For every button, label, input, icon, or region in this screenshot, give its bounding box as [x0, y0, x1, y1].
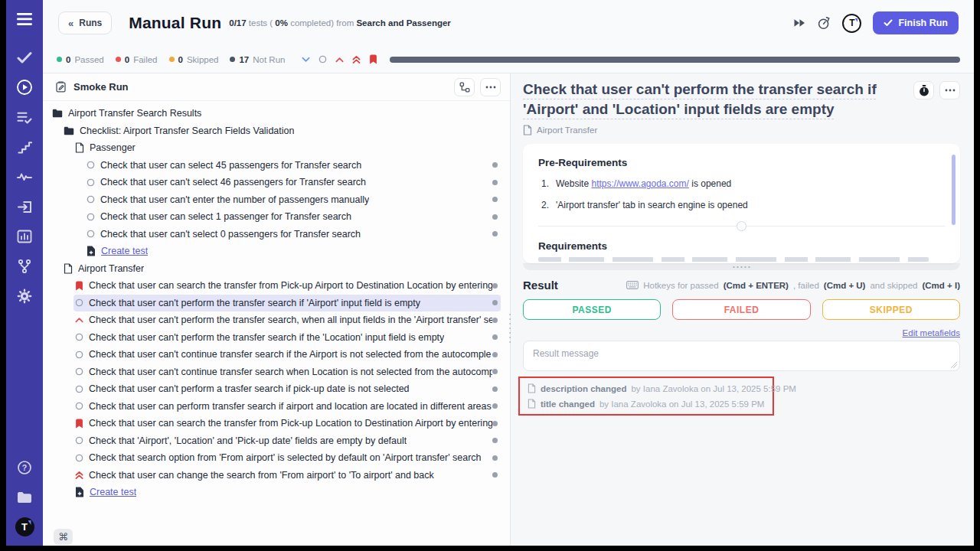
- tree-item-label: Check that user can't select 46 passenge…: [100, 177, 366, 187]
- tree-item-label: Check that user can't enter the number o…: [100, 194, 369, 205]
- failed-button[interactable]: FAILED: [672, 299, 810, 320]
- double-chevron-up-icon[interactable]: [352, 55, 361, 64]
- tree-row[interactable]: Check that user can search the transfer …: [43, 415, 510, 432]
- bookmark-icon[interactable]: [369, 54, 377, 64]
- finish-run-button[interactable]: Finish Run: [873, 11, 959, 34]
- circle-icon[interactable]: [318, 55, 327, 64]
- stopwatch-button[interactable]: [913, 81, 934, 99]
- runs-play-icon[interactable]: [13, 77, 36, 97]
- chevron-up-icon[interactable]: [335, 57, 344, 63]
- history-meta: by Iana Zavoloka on Jul 13, 2025 5:59 PM: [599, 399, 764, 409]
- tree-row[interactable]: Check that user can change the search fr…: [43, 467, 510, 484]
- tree-row-body: Check that user can't continue transfer …: [74, 364, 501, 381]
- tree-row[interactable]: Airport Transfer: [43, 260, 510, 278]
- tree-row[interactable]: Check that 'Airport', 'Location' and 'Pi…: [43, 432, 510, 450]
- tree-item-label: Check that user can't continue transfer …: [89, 367, 492, 377]
- tree-item-label: Check that user can search the transfer …: [89, 280, 492, 291]
- tree-row[interactable]: Check that user can't select 0 passenger…: [43, 226, 510, 243]
- create-test-link[interactable]: Create test: [43, 243, 510, 260]
- details-resize-handle[interactable]: [523, 263, 960, 270]
- tree-row[interactable]: Check that search option from 'From airp…: [43, 449, 510, 467]
- tree-panel-actions: [454, 78, 501, 96]
- group-by-suite-button[interactable]: [454, 78, 475, 96]
- logo-avatar[interactable]: T: [15, 517, 34, 536]
- passed-button[interactable]: PASSED: [523, 299, 661, 320]
- chevron-down-icon[interactable]: [302, 57, 310, 63]
- test-tree-panel: Smoke Run Airport Transfer Search Result…: [43, 73, 511, 546]
- case-more-options-button[interactable]: [939, 81, 960, 99]
- tree-row-body: Check that user can't perform a trasfer …: [74, 380, 501, 398]
- status-dot: [492, 283, 498, 289]
- menu-icon[interactable]: [13, 9, 36, 29]
- doc-plus-icon: [87, 246, 96, 256]
- tree-row-body: Check that user can change the search fr…: [74, 467, 501, 484]
- command-shortcut-button[interactable]: ⌘: [54, 529, 73, 545]
- tree-row[interactable]: Check that user can perform transfer sea…: [43, 398, 510, 416]
- tree-row[interactable]: Check that user can't perform the transf…: [43, 329, 510, 347]
- tree-row[interactable]: Airport Transfer Search Results: [43, 105, 510, 122]
- fast-forward-icon[interactable]: [793, 18, 805, 28]
- status-counts: 0Passed0Failed0Skipped17Not Run: [57, 55, 285, 64]
- collapse-toggle-icon[interactable]: [737, 221, 746, 231]
- run-progress-bar: [390, 57, 960, 63]
- test-case-title[interactable]: Check that user can't perform the transf…: [523, 80, 906, 119]
- create-test-link[interactable]: Create test: [43, 484, 510, 501]
- agoda-link[interactable]: https://www.agoda.com/: [591, 178, 688, 189]
- tests-check-icon[interactable]: [13, 47, 36, 67]
- tree-item-label: Check that search option from 'From airp…: [89, 452, 482, 463]
- pulse-icon[interactable]: [13, 167, 36, 187]
- tree-row[interactable]: Checklist: Airport Transfer Search Field…: [43, 122, 510, 140]
- status-dot: [492, 369, 498, 374]
- result-message-input[interactable]: [523, 341, 960, 371]
- help-icon[interactable]: ?: [13, 458, 36, 478]
- steps-icon[interactable]: [13, 137, 36, 157]
- tree-row-body: Airport Transfer: [62, 260, 501, 278]
- projects-folder-icon[interactable]: [13, 487, 36, 507]
- gear-icon[interactable]: [13, 286, 36, 306]
- tree-item-label: Check that user can search the transfer …: [89, 418, 492, 429]
- clipped-requirements-text: [538, 257, 929, 262]
- tree-row[interactable]: Check that user can't select 46 passenge…: [43, 174, 510, 191]
- tree-row[interactable]: Check that user can't continue transfer …: [43, 346, 510, 364]
- tree-row[interactable]: Check that user can't perform a trasfer …: [43, 380, 510, 398]
- tree-row[interactable]: Check that user can search the transfer …: [43, 277, 510, 295]
- doc-icon: [64, 263, 73, 274]
- tree-row[interactable]: Passenger: [43, 139, 510, 157]
- back-to-runs-button[interactable]: « Runs: [58, 11, 112, 34]
- tree-row-body: Check that user can't perform the transf…: [74, 295, 501, 312]
- list-index: 2.: [538, 200, 549, 210]
- tree-row-body: Check that search option from 'From airp…: [74, 449, 501, 467]
- branch-icon[interactable]: [13, 256, 36, 276]
- reports-chart-icon[interactable]: [13, 227, 36, 246]
- folder-icon: [52, 109, 63, 118]
- tree-row[interactable]: Check that user can't continue transfer …: [43, 364, 510, 381]
- tree-item-label: Passenger: [90, 142, 136, 153]
- circle-icon: [87, 213, 95, 221]
- folder-icon: [64, 126, 74, 135]
- tree-row[interactable]: Check that user can't perform the transf…: [43, 295, 510, 312]
- pre-requirement-item: 2.'Airport transfer' tab in search engin…: [538, 200, 945, 210]
- tree-more-options-button[interactable]: [480, 78, 501, 96]
- tree-row[interactable]: Check that user can't perform the transf…: [43, 311, 510, 329]
- circle-icon: [87, 230, 95, 238]
- import-icon[interactable]: [13, 197, 36, 217]
- tree-row[interactable]: Check that user can select 45 passengers…: [43, 157, 510, 174]
- timer-restart-icon[interactable]: [817, 16, 831, 30]
- plans-list-icon[interactable]: [13, 107, 36, 127]
- tree-row-body: Airport Transfer Search Results: [51, 105, 501, 122]
- run-stats-segment: 0%: [275, 18, 288, 28]
- clipboard-edit-icon: [55, 81, 67, 93]
- user-avatar[interactable]: T: [842, 14, 861, 33]
- skipped-button[interactable]: SKIPPED: [822, 299, 960, 320]
- tree-row[interactable]: Check that user can't enter the number o…: [43, 191, 510, 209]
- tree-row-body: Check that 'Airport', 'Location' and 'Pi…: [74, 432, 501, 450]
- status-dot: [492, 318, 498, 323]
- scrollbar-thumb[interactable]: [952, 155, 956, 225]
- pre-requirement-item: 1.Website https://www.agoda.com/ is open…: [538, 178, 945, 189]
- tree-item-label: Check that user can select 45 passengers…: [100, 160, 361, 171]
- edit-metafields-link[interactable]: Edit metafields: [903, 328, 960, 337]
- hotkeys-segment: (Cmd + U): [824, 281, 866, 290]
- tree-row[interactable]: Check that user can select 1 passenger f…: [43, 208, 510, 226]
- back-chevrons-icon: «: [68, 18, 74, 28]
- test-tree: Airport Transfer Search ResultsChecklist…: [43, 101, 510, 546]
